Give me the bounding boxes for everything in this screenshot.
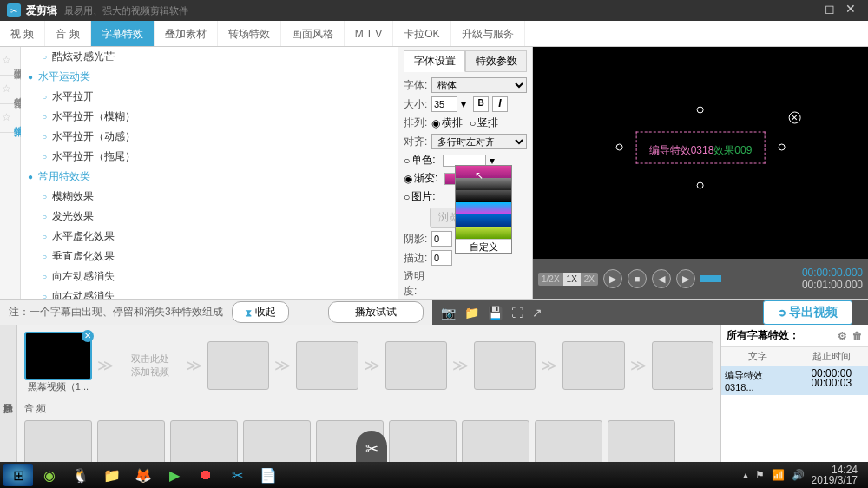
arrange-horizontal[interactable]: ◉ 横排 [431,115,463,130]
start-button[interactable]: ⊞ [3,464,33,486]
color-picture-radio[interactable]: ○ 图片: [404,189,436,204]
handle-bottom[interactable] [697,181,704,188]
tray-network-icon[interactable]: 📶 [772,469,785,481]
stop-button[interactable]: ■ [628,269,647,288]
tab-karaoke[interactable]: 卡拉OK [393,21,450,46]
taskbar-app[interactable]: 📄 [253,464,283,486]
empty-audio-slot[interactable] [535,420,602,467]
video-clip[interactable]: ✕ [24,332,92,380]
volume-slider[interactable] [700,275,721,282]
effect-item[interactable]: 水平虚化效果 [21,227,398,247]
speed-1x[interactable]: 1X [563,273,581,286]
handle-top[interactable] [697,106,704,113]
share-icon[interactable]: ↗ [532,306,542,320]
stroke-input[interactable] [431,250,452,266]
tab-overlay[interactable]: 叠加素材 [155,21,218,46]
phase-appear[interactable]: ☆出现特效 [0,47,20,76]
add-video-hint[interactable]: 双击此处 添加视频 [119,341,181,390]
taskbar-app[interactable]: ⏺ [191,464,220,486]
empty-audio-slot[interactable] [608,420,675,467]
empty-clip-slot[interactable] [474,341,536,390]
tab-audio[interactable]: 音 频 [45,21,90,46]
effect-item[interactable]: 水平拉开（动感） [21,127,398,147]
shadow-input[interactable] [431,231,452,247]
italic-button[interactable]: I [492,96,508,112]
empty-audio-slot[interactable] [462,420,529,467]
empty-audio-slot[interactable] [389,420,457,467]
trash-icon[interactable]: 🗑 [852,330,863,342]
maximize-button[interactable]: ◻ [819,3,840,18]
play-preview-button[interactable]: 播放试试 [328,301,424,323]
empty-clip-slot[interactable] [296,341,358,390]
empty-audio-slot[interactable] [243,420,311,467]
tab-fx-params[interactable]: 特效参数 [465,50,527,72]
color-gradient-radio[interactable]: ◉ 渐变: [404,171,437,186]
effect-item[interactable]: 水平拉开 [21,87,398,107]
arrange-vertical[interactable]: ○ 竖排 [470,115,498,130]
gradient-custom[interactable]: 自定义 [456,239,511,253]
size-input[interactable] [431,96,457,112]
empty-clip-slot[interactable] [562,341,624,390]
gradient-option[interactable] [456,178,511,190]
color-single-radio[interactable]: ○ 单色: [404,153,436,168]
gradient-option[interactable] [456,190,511,202]
tab-transition[interactable]: 转场特效 [218,21,281,46]
effect-list[interactable]: 酷炫动感光芒 水平运动类 水平拉开 水平拉开（模糊） 水平拉开（动感） 水平拉开… [21,47,398,299]
effect-category[interactable]: 水平运动类 [21,67,398,87]
effect-item[interactable]: 发光效果 [21,207,398,227]
effect-item[interactable]: 模糊效果 [21,187,398,207]
close-button[interactable]: ✕ [840,3,861,18]
effect-item[interactable]: 向左动感消失 [21,267,398,287]
empty-clip-slot[interactable] [652,341,713,390]
gradient-option[interactable] [456,166,511,178]
effect-item[interactable]: 水平拉开（模糊） [21,107,398,127]
open-icon[interactable]: 📁 [464,306,479,320]
taskbar-app[interactable]: 🦊 [128,464,158,486]
gradient-option[interactable] [456,202,511,214]
preview-canvas[interactable]: 编导特效0318效果009 ✕ [545,59,856,255]
delete-subtitle-icon[interactable]: ✕ [788,111,800,123]
empty-audio-slot[interactable] [170,420,238,467]
empty-clip-slot[interactable] [207,341,269,390]
clips-tab[interactable]: 已添加片段 [0,325,17,467]
fullscreen-icon[interactable]: ⛶ [511,306,523,320]
effect-item[interactable]: 向右动感消失 [21,287,398,299]
tray-up-icon[interactable]: ▴ [743,469,748,481]
effect-category[interactable]: 常用特效类 [21,167,398,187]
handle-left[interactable] [616,144,623,151]
subtitle-textbox[interactable]: 编导特效0318效果009 ✕ [636,131,766,163]
tab-style[interactable]: 画面风格 [281,21,345,46]
taskbar-app[interactable]: 📁 [97,464,127,486]
taskbar-app[interactable]: 🐧 [66,464,95,486]
tab-video[interactable]: 视 频 [0,21,45,46]
speed-half[interactable]: 1/2X [538,273,563,286]
phase-stay[interactable]: ☆停留特效 [0,76,20,104]
tab-font-settings[interactable]: 字体设置 [404,50,465,72]
prev-frame-button[interactable]: ◀ [652,269,671,288]
font-select[interactable]: 楷体 [431,77,527,93]
phase-disappear[interactable]: ☆消失特效 [0,104,20,133]
empty-audio-slot[interactable] [24,420,92,467]
gear-icon[interactable]: ⚙ [838,330,847,342]
tray-flag-icon[interactable]: ⚑ [755,469,765,481]
tab-upgrade[interactable]: 升级与服务 [451,21,525,46]
snapshot-icon[interactable]: 📷 [441,306,456,320]
clock[interactable]: 14:242019/3/17 [812,465,858,485]
next-frame-button[interactable]: ▶ [676,269,695,288]
tray-volume-icon[interactable]: 🔊 [792,469,805,481]
minimize-button[interactable]: — [799,3,819,18]
empty-clip-slot[interactable] [385,341,447,390]
scissors-button[interactable]: ✂ [356,431,387,462]
effect-item[interactable]: 酷炫动感光芒 [21,47,398,67]
remove-clip-icon[interactable]: ✕ [82,330,94,342]
tab-mtv[interactable]: M T V [345,21,394,46]
effect-item[interactable]: 垂直虚化效果 [21,247,398,267]
tab-subtitle-fx[interactable]: 字幕特效 [91,21,155,46]
handle-right[interactable] [778,144,785,151]
taskbar-app[interactable]: ◉ [35,464,64,486]
gradient-option[interactable] [456,227,511,239]
taskbar-app[interactable]: ✂ [222,464,252,486]
collapse-button[interactable]: ⧗收起 [232,301,289,323]
gradient-option[interactable] [456,214,511,227]
effect-item[interactable]: 水平拉开（拖尾） [21,147,398,167]
